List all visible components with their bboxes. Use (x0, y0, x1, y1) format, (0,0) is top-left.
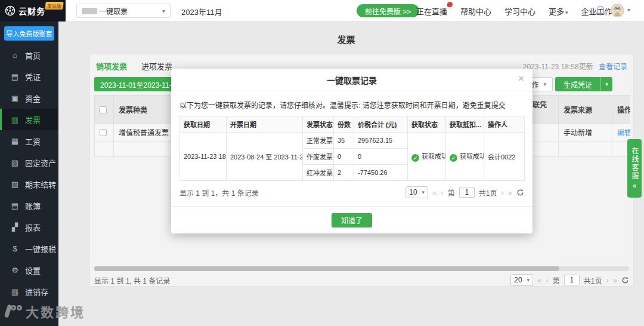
record-subrow-normal: 2023-11-23 18:58 2023-08-24 至 2023-11-23… (180, 133, 525, 149)
edit-link[interactable]: 编辑 (617, 129, 630, 137)
sidebar: 导入免费版账套 ⌂首页 ▤凭证 ▣资金 ▥发票 ▦工资 ▧固定资产 ▨期末结转 … (0, 21, 58, 326)
goto-free-version-button[interactable]: 前往免费版 >> (357, 4, 419, 17)
got-it-button[interactable]: 知道了 (332, 213, 372, 227)
app-root: 云财务 专业版 一键取票 ▾ 2023年11月 前往免费版 >> 正在直播 帮助… (0, 0, 644, 326)
col-deduct-status: 获取抵扣... (446, 116, 484, 133)
col-invoice-status: 发票状态 (303, 116, 334, 133)
status-cell: 作废发票 (303, 149, 334, 165)
page-pagination: 显示 1 到 1, 共 1 条记录 20 ▾ « ‹ 第 共1页 › » (94, 273, 629, 287)
generate-voucher-dropdown[interactable]: ▾ (600, 77, 612, 91)
generate-voucher-group: 生成凭证 ▾ (555, 77, 612, 91)
top-nav-links: 正在直播 帮助中心 学习中心 更多▾ 企业工作台 (416, 0, 620, 21)
select-all-checkbox[interactable] (100, 106, 107, 113)
tab-input-invoice[interactable]: 进项发票 (141, 60, 172, 72)
logo-reel-icon (5, 5, 16, 16)
tax-filing-icon: $ (10, 244, 20, 253)
page-prefix-label: 第 (448, 187, 455, 198)
sidebar-item-ledger[interactable]: ▤账簿 (0, 195, 58, 216)
ledger-icon: ▤ (10, 201, 20, 210)
top-bar: 云财务 专业版 一键取票 ▾ 2023年11月 前往免费版 >> 正在直播 帮助… (0, 0, 644, 21)
sidebar-item-inventory[interactable]: ▥进销存 (0, 281, 58, 302)
amount-cell: 2957623.15 (354, 133, 408, 149)
modal-footer: 知道了 (171, 206, 532, 233)
last-page-button[interactable]: » (613, 276, 617, 284)
first-page-button[interactable]: « (432, 189, 436, 196)
refresh-icon[interactable] (516, 189, 524, 196)
tab-output-invoice[interactable]: 销项发票 (96, 60, 127, 72)
sidebar-item-fixed-assets[interactable]: ▧固定资产 (0, 152, 58, 173)
modal-page-size-select[interactable]: 10 ▾ (405, 186, 428, 198)
sidebar-item-invoice[interactable]: ▥发票 (0, 109, 58, 130)
page-prefix-label: 第 (553, 275, 560, 285)
count-cell: 35 (334, 133, 354, 149)
amount-cell: -77450.26 (354, 165, 408, 181)
more-menu[interactable]: 更多▾ (549, 5, 568, 17)
invoice-icon: ▥ (10, 115, 20, 124)
next-page-button[interactable]: › (606, 276, 608, 284)
fetch-date-cell: 2023-11-23 18:58 (180, 133, 227, 181)
sidebar-item-period-end[interactable]: ▨期末结转 (0, 173, 58, 195)
chevron-down-icon: ▾ (543, 81, 546, 87)
modal-title: 一键取票记录 (327, 74, 377, 86)
sidebar-item-settings[interactable]: ⚙设置 (0, 259, 58, 281)
funds-icon: ▣ (10, 94, 20, 103)
sidebar-item-payroll[interactable]: ▦工资 (0, 130, 58, 152)
account-selector[interactable]: 一键取票 ▾ (76, 4, 171, 18)
next-page-button[interactable]: › (501, 189, 503, 196)
amount-cell: 0 (354, 149, 408, 165)
invoice-date-cell: 2023-08-24 至 2023-11-23 (227, 133, 303, 181)
sidebar-item-tax-filing[interactable]: $一键报税 (0, 238, 58, 259)
voucher-icon: ▤ (10, 72, 20, 81)
pagination-summary: 显示 1 到 1，共 1 条记录 (179, 187, 259, 198)
invoice-source-cell: 手动新增 (559, 124, 612, 142)
first-page-button[interactable]: « (537, 276, 541, 284)
close-icon[interactable]: × (518, 73, 524, 84)
notification-bell-icon[interactable] (595, 5, 606, 19)
fetch-status-cell: ✓获取成功 (408, 133, 446, 181)
import-free-version-button[interactable]: 导入免费版账套 (4, 26, 54, 41)
col-invoice-date: 开票日期 (227, 116, 303, 133)
payroll-icon: ▦ (10, 137, 20, 146)
status-cell: 正常发票 (303, 133, 334, 149)
help-center-link[interactable]: 帮助中心 (460, 5, 491, 17)
learn-center-link[interactable]: 学习中心 (504, 5, 535, 17)
col-invoice-source: 发票来源 (559, 96, 612, 124)
generate-voucher-button[interactable]: 生成凭证 (555, 77, 600, 91)
reports-icon: ▞ (10, 223, 20, 232)
fetch-record-modal: 一键取票记录 × 以下为您一键获取发票的记录，请您仔细核对。温馨提示: 请您注意… (171, 69, 532, 233)
page-size-select[interactable]: 20 ▾ (510, 274, 533, 286)
modal-page-number-input[interactable] (459, 187, 475, 198)
user-avatar[interactable] (611, 4, 624, 17)
home-icon: ⌂ (10, 51, 20, 60)
redacted-account-name (82, 8, 97, 14)
status-cell: 红冲发票 (303, 165, 334, 181)
period-end-icon: ▨ (10, 180, 20, 189)
col-count: 份数 (334, 116, 354, 133)
chevron-down-icon: ▾ (162, 8, 165, 14)
live-link[interactable]: 正在直播 (416, 5, 447, 17)
sidebar-item-reports[interactable]: ▞报表 (0, 216, 58, 238)
chevron-down-icon[interactable]: ▾ (627, 7, 630, 13)
sidebar-item-funds[interactable]: ▣资金 (0, 87, 58, 109)
row-checkbox[interactable] (100, 129, 107, 136)
online-service-tab[interactable]: 在线客服 « (627, 139, 642, 198)
col-amount: 价税合计 (元) (354, 116, 408, 133)
horizontal-scrollbar[interactable] (94, 266, 629, 271)
prev-page-button[interactable]: ‹ (546, 276, 548, 284)
scrollbar-thumb[interactable] (94, 266, 559, 271)
edition-badge: 专业版 (45, 2, 63, 10)
live-hot-badge-icon (447, 2, 453, 7)
last-page-button[interactable]: » (508, 189, 512, 196)
period-selector[interactable]: 2023年11月 (181, 6, 222, 17)
refresh-icon[interactable] (621, 276, 629, 284)
col-operator: 操作人 (484, 116, 525, 133)
sidebar-item-voucher[interactable]: ▤凭证 (0, 66, 58, 87)
modal-pagination: 显示 1 到 1，共 1 条记录 10 ▾ « ‹ 第 共1页 › » (179, 186, 524, 198)
updated-text: 2023-11-23 18:58更新 (523, 63, 593, 71)
chevron-down-icon: ▾ (527, 277, 530, 283)
prev-page-button[interactable]: ‹ (441, 189, 443, 196)
sidebar-item-home[interactable]: ⌂首页 (0, 44, 58, 66)
view-record-link[interactable]: 查看记录 (599, 63, 627, 71)
modal-description: 以下为您一键获取发票的记录，请您仔细核对。温馨提示: 请您注意获取时间和开票日期… (179, 100, 524, 110)
page-number-input[interactable] (564, 275, 580, 285)
